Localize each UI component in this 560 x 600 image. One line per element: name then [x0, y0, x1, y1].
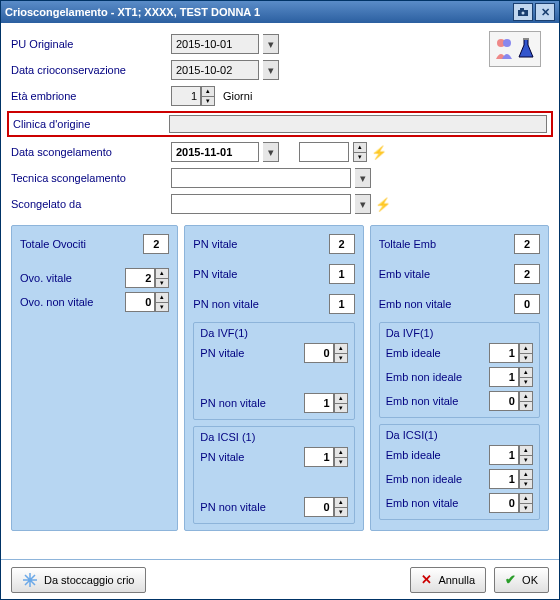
- scong-label: Data scongelamento: [11, 146, 171, 158]
- row-crio: Data crioconservazione 2015-10-02 ▾: [11, 57, 549, 83]
- titlebar: Crioscongelamento - XT1; XXXX, TEST DONN…: [1, 1, 559, 23]
- tecnica-label: Tecnica scongelamento: [11, 172, 171, 184]
- sub-icsi-right: Da ICSI(1) Emb ideale 1▴▾ Emb non ideale…: [379, 424, 540, 520]
- clinica-field[interactable]: [169, 115, 547, 133]
- row-pu-originale: PU Originale 2015-10-01 ▾: [11, 31, 549, 57]
- sub-ivf-right: Da IVF(1) Emb ideale 1▴▾ Emb non ideale …: [379, 322, 540, 418]
- crio-dropdown[interactable]: ▾: [263, 60, 279, 80]
- camera-button[interactable]: [513, 3, 533, 21]
- annulla-label: Annulla: [438, 574, 475, 586]
- camera-icon: [517, 7, 529, 17]
- footer: Da stoccaggio crio ✕ Annulla ✔ OK: [1, 559, 559, 599]
- check-icon: ✔: [505, 572, 516, 587]
- eta-down[interactable]: ▾: [201, 96, 215, 106]
- ovo-vitale-label: Ovo. vitale: [20, 272, 72, 284]
- pu-orig-dropdown[interactable]: ▾: [263, 34, 279, 54]
- crio-date: 2015-10-02: [171, 60, 259, 80]
- scong-date[interactable]: 2015-11-01: [171, 142, 259, 162]
- cancel-icon: ✕: [421, 572, 432, 587]
- time-down[interactable]: ▾: [353, 152, 367, 162]
- tecnica-dropdown[interactable]: ▾: [355, 168, 371, 188]
- scong-time[interactable]: [299, 142, 349, 162]
- eta-up[interactable]: ▴: [201, 86, 215, 96]
- annulla-button[interactable]: ✕ Annulla: [410, 567, 486, 593]
- sconda-select[interactable]: [171, 194, 351, 214]
- sub-ivf-mid: Da IVF(1) PN vitale 0▴▾ PN non vitale 1▴…: [193, 322, 354, 420]
- panel-ovociti: Totale Ovociti 2 Ovo. vitale 2 ▴▾ Ovo. n…: [11, 225, 178, 531]
- sconda-dropdown[interactable]: ▾: [355, 194, 371, 214]
- panel-pn: PN vitale2 PN vitale1 PN non vitale1 Da …: [184, 225, 363, 531]
- ovo-non-spin[interactable]: 0 ▴▾: [125, 292, 169, 312]
- stoccaggio-button[interactable]: Da stoccaggio crio: [11, 567, 146, 593]
- cryo-icon: [22, 572, 38, 588]
- stoccaggio-label: Da stoccaggio crio: [44, 574, 135, 586]
- close-icon: ✕: [541, 6, 550, 19]
- couple-icon: [494, 37, 514, 61]
- bolt-icon-2[interactable]: ⚡: [375, 197, 391, 212]
- window-title: Crioscongelamento - XT1; XXXX, TEST DONN…: [5, 6, 511, 18]
- ovo-vitale-spin[interactable]: 2 ▴▾: [125, 268, 169, 288]
- row-scong-date: Data scongelamento 2015-11-01 ▾ ▴▾ ⚡: [11, 139, 549, 165]
- sub-icsi-mid: Da ICSI (1) PN vitale 1▴▾ PN non vitale …: [193, 426, 354, 524]
- flask-icon: [516, 37, 536, 61]
- header-icons[interactable]: [489, 31, 541, 67]
- clinica-label: Clinica d'origine: [13, 118, 169, 130]
- row-sconda: Scongelato da ▾ ⚡: [11, 191, 549, 217]
- eta-unit: Giorni: [223, 90, 252, 102]
- eta-spinner[interactable]: 1 ▴▾: [171, 86, 215, 106]
- svg-point-4: [503, 39, 511, 47]
- ovo-non-label: Ovo. non vitale: [20, 296, 93, 308]
- totale-ovo-val: 2: [143, 234, 169, 254]
- crio-label: Data crioconservazione: [11, 64, 171, 76]
- svg-point-2: [522, 12, 525, 15]
- pu-orig-date: 2015-10-01: [171, 34, 259, 54]
- row-eta: Età embrione 1 ▴▾ Giorni: [11, 83, 549, 109]
- bolt-icon[interactable]: ⚡: [371, 145, 387, 160]
- time-up[interactable]: ▴: [353, 142, 367, 152]
- panel-emb: Toltale Emb2 Emb vitale2 Emb non vitale0…: [370, 225, 549, 531]
- svg-rect-5: [523, 38, 529, 40]
- row-tecnica: Tecnica scongelamento ▾: [11, 165, 549, 191]
- svg-rect-1: [520, 8, 524, 11]
- eta-label: Età embrione: [11, 90, 171, 102]
- totale-ovo-label: Totale Ovociti: [20, 238, 86, 250]
- close-button[interactable]: ✕: [535, 3, 555, 21]
- eta-value: 1: [171, 86, 201, 106]
- ok-button[interactable]: ✔ OK: [494, 567, 549, 593]
- tecnica-select[interactable]: [171, 168, 351, 188]
- row-clinica: Clinica d'origine: [7, 111, 553, 137]
- sconda-label: Scongelato da: [11, 198, 171, 210]
- ok-label: OK: [522, 574, 538, 586]
- pu-orig-label: PU Originale: [11, 38, 171, 50]
- scong-dropdown[interactable]: ▾: [263, 142, 279, 162]
